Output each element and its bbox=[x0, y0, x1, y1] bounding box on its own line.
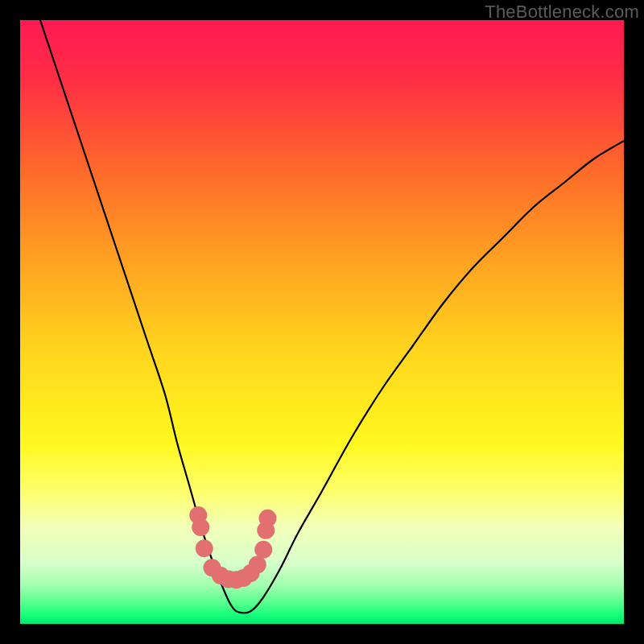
marker-dot bbox=[259, 510, 277, 527]
marker-dot bbox=[254, 541, 272, 559]
chart-frame bbox=[20, 20, 624, 624]
gradient-background bbox=[20, 20, 624, 624]
marker-dot bbox=[192, 518, 209, 536]
marker-dot bbox=[196, 539, 213, 557]
chart-svg bbox=[20, 20, 624, 624]
marker-dot bbox=[249, 556, 266, 574]
watermark-text: TheBottleneck.com bbox=[485, 2, 639, 23]
